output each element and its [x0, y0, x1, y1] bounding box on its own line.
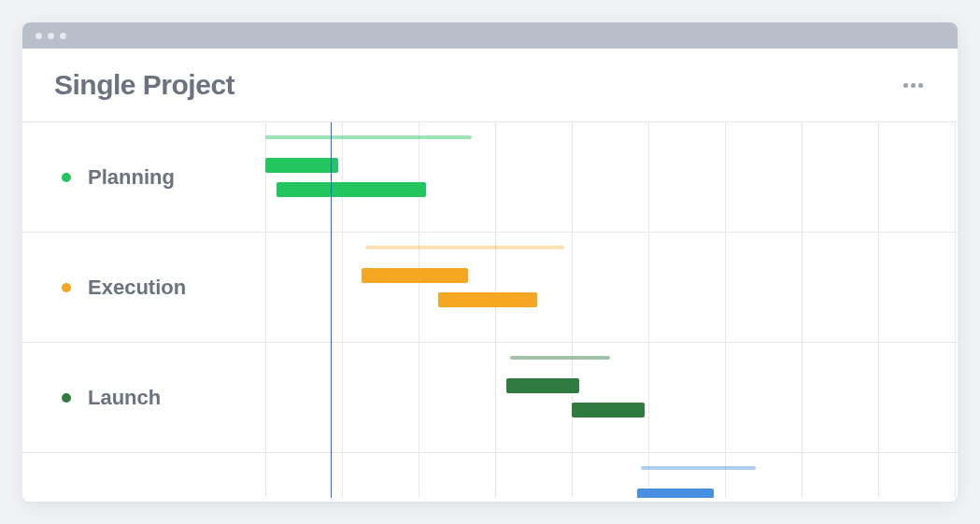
row-name: Launch [88, 386, 161, 410]
window-control-dot[interactable] [36, 33, 42, 39]
gantt-rows: PlanningExecutionLaunchMonitoring [22, 122, 958, 498]
window-control-dot[interactable] [48, 33, 54, 39]
task-bar[interactable] [362, 268, 469, 283]
task-bar[interactable] [265, 158, 338, 173]
gantt-row: Launch [22, 343, 958, 453]
row-name: Monitoring [88, 496, 194, 499]
gantt-row: Planning [22, 122, 958, 233]
row-name: Planning [88, 165, 175, 190]
window-control-dot[interactable] [60, 33, 66, 39]
row-label: Monitoring [22, 496, 265, 499]
row-label: Launch [22, 386, 265, 410]
row-bars [265, 343, 958, 452]
category-bullet-icon [62, 173, 71, 182]
row-bars [265, 453, 958, 498]
task-bar[interactable] [277, 182, 426, 197]
summary-bar[interactable] [365, 246, 564, 249]
more-options-icon[interactable] [903, 83, 926, 88]
window-titlebar [22, 22, 958, 49]
category-bullet-icon [62, 283, 71, 292]
gantt-row: Execution [22, 233, 958, 343]
app-window: Single Project PlanningExecutionLaunchMo… [22, 22, 958, 502]
row-label: Planning [22, 165, 265, 190]
row-bars [265, 122, 958, 232]
page-title: Single Project [54, 69, 234, 101]
row-name: Execution [88, 276, 186, 300]
task-bar[interactable] [637, 489, 714, 498]
summary-bar[interactable] [641, 466, 756, 470]
summary-bar[interactable] [510, 356, 610, 360]
task-bar[interactable] [506, 378, 579, 393]
header: Single Project [22, 49, 958, 122]
task-bar[interactable] [438, 292, 538, 307]
category-bullet-icon [62, 393, 71, 403]
gantt-row: Monitoring [22, 453, 958, 498]
task-bar[interactable] [572, 403, 645, 418]
row-label: Execution [22, 276, 265, 300]
row-bars [265, 233, 958, 342]
summary-bar[interactable] [265, 135, 472, 139]
gantt-chart: PlanningExecutionLaunchMonitoring [22, 122, 958, 498]
